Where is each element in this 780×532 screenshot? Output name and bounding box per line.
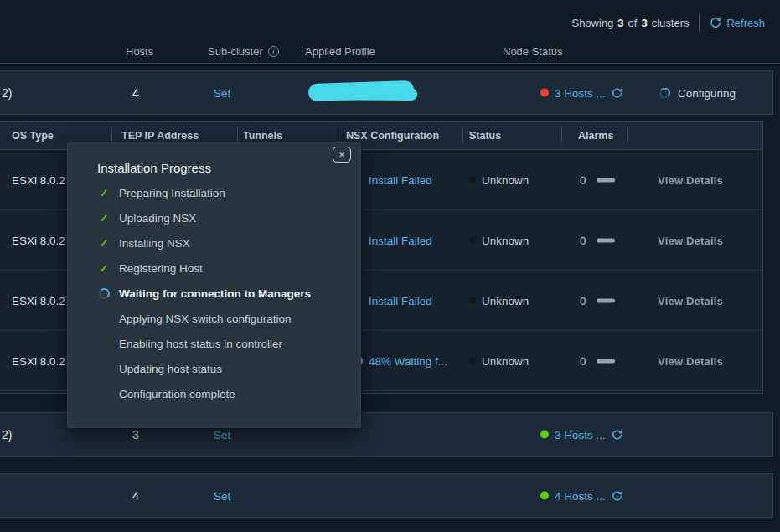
step-label: Uploading NSX bbox=[119, 212, 196, 225]
column-divider bbox=[237, 128, 238, 143]
cluster-name-fragment: 2) bbox=[2, 428, 12, 442]
redacted-applied-profile bbox=[308, 80, 415, 101]
step-label: Applying NSX switch configuration bbox=[119, 312, 292, 325]
of-text: of bbox=[628, 17, 638, 29]
install-step: ✓ Preparing Installation bbox=[97, 180, 350, 205]
step-label: Enabling host status in controller bbox=[119, 338, 282, 350]
status-dot-unknown-icon bbox=[468, 176, 476, 183]
nsx-config-link[interactable]: Install Failed bbox=[369, 173, 432, 186]
refresh-icon[interactable] bbox=[612, 87, 622, 98]
view-details-link[interactable]: View Details bbox=[658, 354, 723, 367]
status-dot-green-icon bbox=[540, 431, 549, 439]
node-status-cell: 4 Hosts ... bbox=[540, 489, 622, 502]
step-label: Preparing Installation bbox=[119, 187, 225, 199]
cluster-hosts-count: 3 bbox=[132, 428, 139, 442]
cluster-row-collapsed: 4 Set 4 Hosts ... bbox=[0, 473, 773, 518]
host-status-label: Unknown bbox=[482, 354, 529, 367]
host-os-type: ESXi 8.0.2 bbox=[12, 173, 65, 186]
column-hosts: Hosts bbox=[126, 45, 153, 58]
popup-title: Installation Progress bbox=[97, 161, 211, 175]
header-tunnels: Tunnels bbox=[243, 130, 282, 142]
nsx-config-link[interactable]: Install Failed bbox=[369, 294, 432, 307]
step-label: Installing NSX bbox=[119, 237, 190, 250]
column-node-status: Node Status bbox=[503, 45, 563, 58]
alarms-count: 0 bbox=[580, 234, 586, 246]
showing-clusters-text: Showing 3 of 3 clusters bbox=[571, 17, 689, 29]
cluster-state-label: Configuring bbox=[678, 86, 736, 99]
column-divider bbox=[338, 128, 338, 143]
check-icon: ✓ bbox=[97, 236, 111, 250]
install-step: Applying NSX switch configuration bbox=[97, 306, 350, 331]
check-icon: ✓ bbox=[97, 261, 111, 275]
alarms-sparkline bbox=[597, 298, 615, 302]
column-divider bbox=[561, 128, 562, 143]
cluster-name-fragment: 2) bbox=[2, 86, 12, 100]
host-status-label: Unknown bbox=[482, 294, 529, 307]
sub-cluster-set-link[interactable]: Set bbox=[214, 428, 230, 441]
refresh-label: Refresh bbox=[726, 17, 765, 29]
host-status-cell: Unknown bbox=[468, 173, 529, 186]
sub-cluster-set-link[interactable]: Set bbox=[214, 489, 230, 502]
pending-step-spacer bbox=[97, 337, 111, 350]
host-status-cell: Unknown bbox=[468, 354, 529, 367]
host-status-cell: Unknown bbox=[468, 234, 529, 246]
pending-step-spacer bbox=[97, 312, 111, 325]
alarms-count: 0 bbox=[580, 173, 586, 186]
install-step: ✓ Installing NSX bbox=[97, 230, 350, 256]
status-dot-unknown-icon bbox=[468, 236, 476, 244]
alarms-count: 0 bbox=[580, 294, 586, 307]
total-count: 3 bbox=[641, 17, 647, 29]
nsx-config-link[interactable]: 48% Waiting f... bbox=[369, 354, 447, 367]
shown-count: 3 bbox=[617, 17, 623, 29]
column-divider bbox=[111, 128, 112, 143]
column-sub-cluster: Sub-cluster i bbox=[208, 45, 279, 58]
cluster-hosts-count: 4 bbox=[132, 86, 139, 100]
step-label: Waiting for connection to Managers bbox=[119, 287, 311, 300]
view-details-link[interactable]: View Details bbox=[658, 294, 723, 307]
refresh-button[interactable]: Refresh bbox=[710, 17, 765, 29]
column-divider bbox=[627, 128, 628, 143]
cluster-state-cell: Configuring bbox=[659, 86, 736, 99]
install-step: ✓ Uploading NSX bbox=[97, 205, 350, 230]
nsx-clusters-screen: Showing 3 of 3 clusters Refresh Hosts Su… bbox=[0, 0, 780, 532]
view-details-link[interactable]: View Details bbox=[658, 173, 723, 186]
install-step: Configuration complete bbox=[97, 381, 350, 406]
nsx-config-link[interactable]: Install Failed bbox=[369, 234, 432, 246]
host-os-type: ESXi 8.0.2 bbox=[12, 294, 65, 307]
refresh-icon bbox=[710, 17, 721, 28]
node-status-cell: 3 Hosts ... bbox=[540, 86, 622, 99]
step-label: Updating host status bbox=[119, 363, 222, 375]
install-step-active: Waiting for connection to Managers bbox=[97, 281, 350, 306]
node-status-link[interactable]: 3 Hosts ... bbox=[555, 428, 606, 441]
column-sub-cluster-label: Sub-cluster bbox=[208, 45, 263, 58]
topbar-divider bbox=[699, 14, 700, 31]
node-status-cell: 3 Hosts ... bbox=[540, 428, 622, 441]
status-dot-unknown-icon bbox=[468, 357, 476, 364]
installation-progress-popup: × Installation Progress ✓ Preparing Inst… bbox=[67, 142, 361, 428]
alarms-sparkline bbox=[597, 178, 615, 182]
host-status-label: Unknown bbox=[482, 173, 529, 186]
refresh-icon[interactable] bbox=[612, 490, 622, 501]
cluster-hosts-count: 4 bbox=[132, 489, 139, 503]
alarms-sparkline bbox=[597, 238, 615, 242]
spinner-icon bbox=[97, 287, 111, 300]
header-nsx-configuration: NSX Configuration bbox=[346, 130, 439, 142]
install-step: Enabling host status in controller bbox=[97, 331, 350, 356]
node-status-link[interactable]: 4 Hosts ... bbox=[555, 489, 606, 502]
header-status: Status bbox=[469, 130, 501, 142]
status-dot-red-icon bbox=[540, 89, 549, 97]
topbar: Showing 3 of 3 clusters Refresh bbox=[0, 0, 780, 45]
check-icon: ✓ bbox=[97, 211, 111, 225]
step-label: Registering Host bbox=[119, 262, 203, 275]
view-details-link[interactable]: View Details bbox=[658, 234, 723, 246]
refresh-icon[interactable] bbox=[612, 429, 622, 440]
node-status-link[interactable]: 3 Hosts ... bbox=[555, 86, 606, 99]
sub-cluster-set-link[interactable]: Set bbox=[214, 86, 230, 99]
info-icon[interactable]: i bbox=[268, 46, 279, 57]
alarms-sparkline bbox=[597, 359, 615, 363]
status-dot-unknown-icon bbox=[468, 297, 476, 304]
cluster-row-expanded: 2) 4 Set 3 Hosts ... Configuring bbox=[0, 70, 773, 115]
check-icon: ✓ bbox=[97, 186, 111, 199]
close-button[interactable]: × bbox=[333, 147, 351, 163]
alarms-count: 0 bbox=[580, 354, 586, 367]
